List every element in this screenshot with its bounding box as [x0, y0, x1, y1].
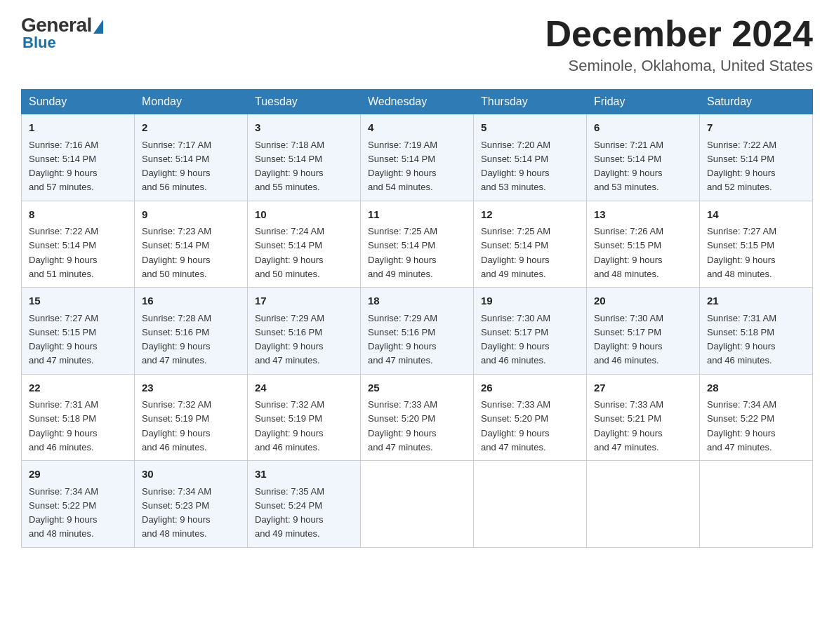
day-number: 28: [707, 380, 805, 396]
day-of-week-header: Friday: [587, 90, 700, 114]
calendar-day-cell: 18 Sunrise: 7:29 AMSunset: 5:16 PMDaylig…: [361, 288, 474, 375]
location-subtitle: Seminole, Oklahoma, United States: [545, 57, 813, 75]
day-number: 25: [368, 380, 466, 396]
day-number: 21: [707, 293, 805, 309]
day-number: 20: [594, 293, 692, 309]
day-info: Sunrise: 7:34 AMSunset: 5:22 PMDaylight:…: [707, 399, 776, 452]
day-info: Sunrise: 7:30 AMSunset: 5:17 PMDaylight:…: [594, 313, 663, 366]
calendar-day-cell: 29 Sunrise: 7:34 AMSunset: 5:22 PMDaylig…: [22, 461, 135, 548]
calendar-table: SundayMondayTuesdayWednesdayThursdayFrid…: [21, 89, 813, 548]
day-number: 11: [368, 207, 466, 223]
day-info: Sunrise: 7:25 AMSunset: 5:14 PMDaylight:…: [368, 226, 437, 279]
day-number: 1: [29, 120, 127, 136]
calendar-day-cell: 30 Sunrise: 7:34 AMSunset: 5:23 PMDaylig…: [135, 461, 248, 548]
logo-triangle-icon: [93, 20, 103, 34]
day-info: Sunrise: 7:33 AMSunset: 5:20 PMDaylight:…: [368, 399, 437, 452]
day-number: 5: [481, 120, 579, 136]
calendar-day-cell: 3 Sunrise: 7:18 AMSunset: 5:14 PMDayligh…: [248, 114, 361, 201]
day-info: Sunrise: 7:28 AMSunset: 5:16 PMDaylight:…: [142, 313, 211, 366]
day-number: 31: [255, 467, 353, 483]
day-info: Sunrise: 7:27 AMSunset: 5:15 PMDaylight:…: [29, 313, 98, 366]
calendar-day-cell: 10 Sunrise: 7:24 AMSunset: 5:14 PMDaylig…: [248, 201, 361, 288]
logo: General Blue: [21, 14, 103, 52]
day-info: Sunrise: 7:33 AMSunset: 5:20 PMDaylight:…: [481, 399, 550, 452]
title-area: December 2024 Seminole, Oklahoma, United…: [545, 14, 813, 75]
day-number: 13: [594, 207, 692, 223]
day-info: Sunrise: 7:31 AMSunset: 5:18 PMDaylight:…: [29, 399, 98, 452]
day-info: Sunrise: 7:27 AMSunset: 5:15 PMDaylight:…: [707, 226, 776, 279]
calendar-day-cell: 7 Sunrise: 7:22 AMSunset: 5:14 PMDayligh…: [700, 114, 813, 201]
day-number: 7: [707, 120, 805, 136]
day-info: Sunrise: 7:32 AMSunset: 5:19 PMDaylight:…: [255, 399, 324, 452]
day-info: Sunrise: 7:34 AMSunset: 5:22 PMDaylight:…: [29, 486, 98, 539]
day-info: Sunrise: 7:29 AMSunset: 5:16 PMDaylight:…: [255, 313, 324, 366]
day-of-week-header: Wednesday: [361, 90, 474, 114]
calendar-day-cell: 11 Sunrise: 7:25 AMSunset: 5:14 PMDaylig…: [361, 201, 474, 288]
calendar-day-cell: 13 Sunrise: 7:26 AMSunset: 5:15 PMDaylig…: [587, 201, 700, 288]
days-of-week-row: SundayMondayTuesdayWednesdayThursdayFrid…: [22, 90, 813, 114]
calendar-day-cell: 15 Sunrise: 7:27 AMSunset: 5:15 PMDaylig…: [22, 288, 135, 375]
calendar-week-row: 8 Sunrise: 7:22 AMSunset: 5:14 PMDayligh…: [22, 201, 813, 288]
calendar-day-cell: 20 Sunrise: 7:30 AMSunset: 5:17 PMDaylig…: [587, 288, 700, 375]
calendar-day-cell: 9 Sunrise: 7:23 AMSunset: 5:14 PMDayligh…: [135, 201, 248, 288]
calendar-day-cell: [474, 461, 587, 548]
calendar-day-cell: 14 Sunrise: 7:27 AMSunset: 5:15 PMDaylig…: [700, 201, 813, 288]
calendar-day-cell: 31 Sunrise: 7:35 AMSunset: 5:24 PMDaylig…: [248, 461, 361, 548]
day-number: 17: [255, 293, 353, 309]
calendar-day-cell: 25 Sunrise: 7:33 AMSunset: 5:20 PMDaylig…: [361, 374, 474, 461]
day-info: Sunrise: 7:31 AMSunset: 5:18 PMDaylight:…: [707, 313, 776, 366]
day-number: 6: [594, 120, 692, 136]
calendar-day-cell: [700, 461, 813, 548]
day-number: 26: [481, 380, 579, 396]
calendar-day-cell: 1 Sunrise: 7:16 AMSunset: 5:14 PMDayligh…: [22, 114, 135, 201]
calendar-day-cell: 8 Sunrise: 7:22 AMSunset: 5:14 PMDayligh…: [22, 201, 135, 288]
day-number: 19: [481, 293, 579, 309]
logo-blue-text: Blue: [22, 34, 56, 52]
month-title: December 2024: [545, 14, 813, 54]
calendar-day-cell: 26 Sunrise: 7:33 AMSunset: 5:20 PMDaylig…: [474, 374, 587, 461]
day-info: Sunrise: 7:17 AMSunset: 5:14 PMDaylight:…: [142, 140, 211, 193]
calendar-day-cell: 24 Sunrise: 7:32 AMSunset: 5:19 PMDaylig…: [248, 374, 361, 461]
day-number: 9: [142, 207, 240, 223]
day-info: Sunrise: 7:23 AMSunset: 5:14 PMDaylight:…: [142, 226, 211, 279]
calendar-week-row: 1 Sunrise: 7:16 AMSunset: 5:14 PMDayligh…: [22, 114, 813, 201]
day-of-week-header: Saturday: [700, 90, 813, 114]
day-of-week-header: Sunday: [22, 90, 135, 114]
calendar-day-cell: 23 Sunrise: 7:32 AMSunset: 5:19 PMDaylig…: [135, 374, 248, 461]
day-info: Sunrise: 7:34 AMSunset: 5:23 PMDaylight:…: [142, 486, 211, 539]
day-number: 16: [142, 293, 240, 309]
day-number: 24: [255, 380, 353, 396]
day-number: 2: [142, 120, 240, 136]
day-info: Sunrise: 7:33 AMSunset: 5:21 PMDaylight:…: [594, 399, 663, 452]
calendar-day-cell: 19 Sunrise: 7:30 AMSunset: 5:17 PMDaylig…: [474, 288, 587, 375]
day-info: Sunrise: 7:19 AMSunset: 5:14 PMDaylight:…: [368, 140, 437, 193]
calendar-day-cell: 5 Sunrise: 7:20 AMSunset: 5:14 PMDayligh…: [474, 114, 587, 201]
day-number: 3: [255, 120, 353, 136]
day-number: 4: [368, 120, 466, 136]
day-info: Sunrise: 7:22 AMSunset: 5:14 PMDaylight:…: [707, 140, 776, 193]
day-number: 27: [594, 380, 692, 396]
day-info: Sunrise: 7:25 AMSunset: 5:14 PMDaylight:…: [481, 226, 550, 279]
calendar-week-row: 15 Sunrise: 7:27 AMSunset: 5:15 PMDaylig…: [22, 288, 813, 375]
day-number: 8: [29, 207, 127, 223]
calendar-day-cell: [361, 461, 474, 548]
day-number: 14: [707, 207, 805, 223]
day-info: Sunrise: 7:16 AMSunset: 5:14 PMDaylight:…: [29, 140, 98, 193]
calendar-day-cell: 27 Sunrise: 7:33 AMSunset: 5:21 PMDaylig…: [587, 374, 700, 461]
calendar-day-cell: 12 Sunrise: 7:25 AMSunset: 5:14 PMDaylig…: [474, 201, 587, 288]
day-number: 30: [142, 467, 240, 483]
calendar-day-cell: 22 Sunrise: 7:31 AMSunset: 5:18 PMDaylig…: [22, 374, 135, 461]
calendar-day-cell: 2 Sunrise: 7:17 AMSunset: 5:14 PMDayligh…: [135, 114, 248, 201]
calendar-week-row: 22 Sunrise: 7:31 AMSunset: 5:18 PMDaylig…: [22, 374, 813, 461]
day-number: 15: [29, 293, 127, 309]
calendar-day-cell: 16 Sunrise: 7:28 AMSunset: 5:16 PMDaylig…: [135, 288, 248, 375]
day-info: Sunrise: 7:21 AMSunset: 5:14 PMDaylight:…: [594, 140, 663, 193]
calendar-day-cell: 6 Sunrise: 7:21 AMSunset: 5:14 PMDayligh…: [587, 114, 700, 201]
day-info: Sunrise: 7:30 AMSunset: 5:17 PMDaylight:…: [481, 313, 550, 366]
day-number: 12: [481, 207, 579, 223]
day-info: Sunrise: 7:35 AMSunset: 5:24 PMDaylight:…: [255, 486, 324, 539]
day-info: Sunrise: 7:29 AMSunset: 5:16 PMDaylight:…: [368, 313, 437, 366]
day-info: Sunrise: 7:20 AMSunset: 5:14 PMDaylight:…: [481, 140, 550, 193]
day-info: Sunrise: 7:22 AMSunset: 5:14 PMDaylight:…: [29, 226, 98, 279]
page-header: General Blue December 2024 Seminole, Okl…: [21, 14, 813, 75]
